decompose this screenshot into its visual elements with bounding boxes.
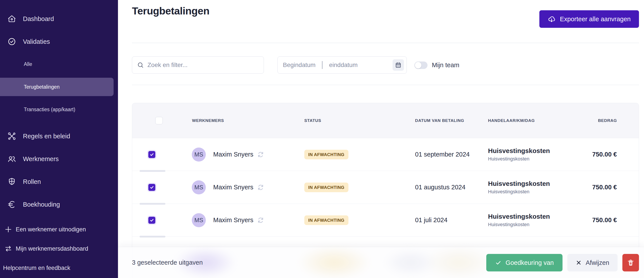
row-checkbox[interactable] (148, 151, 155, 158)
approve-button[interactable]: Goedkeuring van (486, 254, 562, 271)
table-row[interactable]: MS Maxim Snyers IN AFWACHTING 01 juli 20… (132, 204, 639, 237)
reject-button[interactable]: Afwijzen (567, 254, 618, 271)
export-button-label: Exporteer alle aanvragen (560, 16, 631, 23)
check-icon (150, 218, 154, 223)
sidebar-item-validaties[interactable]: Validaties (8, 35, 50, 48)
check-icon (150, 185, 154, 190)
sidebar-item-label: Regels en beleid (23, 133, 70, 140)
network-icon (8, 132, 16, 141)
row-divider-tick (140, 203, 165, 205)
main-content: Terugbetalingen Exporteer alle aanvragen… (118, 0, 644, 278)
merchant-subtitle: Huisvestingskosten (488, 222, 550, 227)
status-badge: IN AFWACHTING (304, 150, 348, 159)
merchant-subtitle: Huisvestingskosten (488, 156, 550, 162)
payment-date: 01 augustus 2024 (415, 171, 466, 204)
employee-name: Maxim Snyers (213, 216, 254, 224)
select-all-checkbox[interactable] (155, 117, 163, 124)
x-icon (576, 260, 582, 266)
date-separator (322, 61, 322, 69)
row-divider-tick (140, 236, 165, 237)
amount: 750.00 € (592, 204, 617, 236)
calendar-button[interactable] (392, 59, 404, 71)
sidebar-item-boekhouding[interactable]: Boekhouding (8, 198, 60, 211)
search-icon (137, 62, 144, 69)
reject-button-label: Afwijzen (586, 259, 609, 266)
selection-action-bar: 3 geselecteerde uitgaven Goedkeuring van… (118, 247, 644, 278)
sidebar-item-label: Rollen (23, 178, 41, 185)
merchant-cell: Huisvestingskosten Huisvestingskosten (488, 147, 550, 162)
selection-count-text: 3 geselecteerde uitgaven (132, 247, 203, 278)
merchant-title: Huisvestingskosten (488, 213, 550, 220)
refresh-icon (257, 216, 264, 224)
row-checkbox[interactable] (148, 217, 155, 224)
table-row[interactable]: MS Maxim Snyers IN AFWACHTING 01 augustu… (132, 171, 639, 204)
employee-name: Maxim Snyers (213, 151, 254, 158)
column-header-employees: WERKNEMERS (192, 103, 224, 138)
amount: 750.00 € (592, 138, 617, 171)
people-icon (8, 155, 16, 163)
cloud-download-icon (548, 15, 556, 23)
filter-divider (132, 85, 639, 85)
page-title: Terugbetalingen (132, 5, 210, 17)
sidebar-item-terugbetalingen[interactable]: Terugbetalingen (0, 78, 114, 96)
sidebar-item-regels-en-beleid[interactable]: Regels en beleid (8, 129, 70, 143)
sidebar: Dashboard Validaties Alle Terugbetalinge… (0, 0, 118, 278)
column-header-status: STATUS (304, 103, 321, 138)
sidebar-item-dashboard[interactable]: Dashboard (8, 12, 54, 25)
euro-icon (8, 200, 16, 209)
avatar: MS (192, 213, 206, 227)
row-checkbox[interactable] (148, 184, 155, 191)
status-badge: IN AFWACHTING (304, 215, 348, 225)
sidebar-item-label: Validaties (23, 38, 50, 45)
my-team-toggle[interactable] (414, 62, 428, 69)
date-range-picker[interactable]: Begindatum einddatum (278, 56, 407, 74)
sidebar-item-rollen[interactable]: Rollen (8, 175, 41, 188)
my-team-label: Mijn team (432, 56, 460, 74)
trash-icon (627, 259, 634, 266)
row-divider-tick (140, 170, 165, 172)
sidebar-item-label: Werknemers (23, 156, 59, 163)
start-date-field[interactable]: Begindatum (283, 62, 316, 69)
home-icon (8, 15, 16, 23)
merchant-cell: Huisvestingskosten Huisvestingskosten (488, 180, 550, 195)
header-divider (132, 43, 639, 43)
sidebar-my-employee-dashboard[interactable]: Mijn werknemersdashboard (4, 242, 88, 255)
sidebar-item-label: Alle (24, 61, 32, 67)
merchant-subtitle: Huisvestingskosten (488, 189, 550, 195)
sidebar-invite-employee[interactable]: Een werknemer uitnodigen (4, 223, 86, 236)
check-icon (150, 152, 154, 157)
sidebar-action-label: Een werknemer uitnodigen (16, 226, 86, 233)
sidebar-item-label: Boekhouding (23, 201, 60, 208)
sidebar-action-label: Helpcentrum en feedback (3, 265, 70, 271)
sidebar-item-label: Dashboard (23, 15, 54, 23)
avatar: MS (192, 148, 206, 162)
sidebar-item-werknemers[interactable]: Werknemers (8, 152, 59, 166)
sidebar-item-transacties[interactable]: Transacties (app/kaart) (24, 104, 75, 115)
toggle-knob (415, 62, 422, 69)
employee-name: Maxim Snyers (213, 184, 254, 191)
avatar: MS (192, 180, 206, 194)
search-input[interactable] (148, 62, 259, 69)
column-header-amount: BEDRAG (598, 103, 617, 138)
app-root: Dashboard Validaties Alle Terugbetalinge… (0, 0, 644, 278)
merchant-title: Huisvestingskosten (488, 180, 550, 188)
sidebar-item-alle[interactable]: Alle (24, 59, 32, 70)
search-filter-box (132, 56, 264, 74)
check-circle-icon (8, 37, 16, 46)
delete-button[interactable] (622, 254, 639, 271)
end-date-field[interactable]: einddatum (329, 62, 358, 69)
merchant-cell: Huisvestingskosten Huisvestingskosten (488, 213, 550, 228)
sidebar-help-center[interactable]: Helpcentrum en feedback (3, 261, 70, 274)
export-all-requests-button[interactable]: Exporteer alle aanvragen (539, 10, 639, 28)
swap-icon (4, 245, 12, 253)
refresh-icon (257, 151, 264, 158)
status-badge: IN AFWACHTING (304, 183, 348, 192)
check-icon (495, 259, 502, 266)
refresh-icon (257, 184, 264, 191)
calendar-icon (395, 62, 402, 68)
column-header-payment-date: DATUM VAN BETALING (415, 103, 464, 138)
table-row[interactable]: MS Maxim Snyers IN AFWACHTING 01 septemb… (132, 138, 639, 171)
merchant-title: Huisvestingskosten (488, 147, 550, 155)
sidebar-item-label: Terugbetalingen (24, 84, 60, 90)
shield-icon (8, 177, 16, 186)
